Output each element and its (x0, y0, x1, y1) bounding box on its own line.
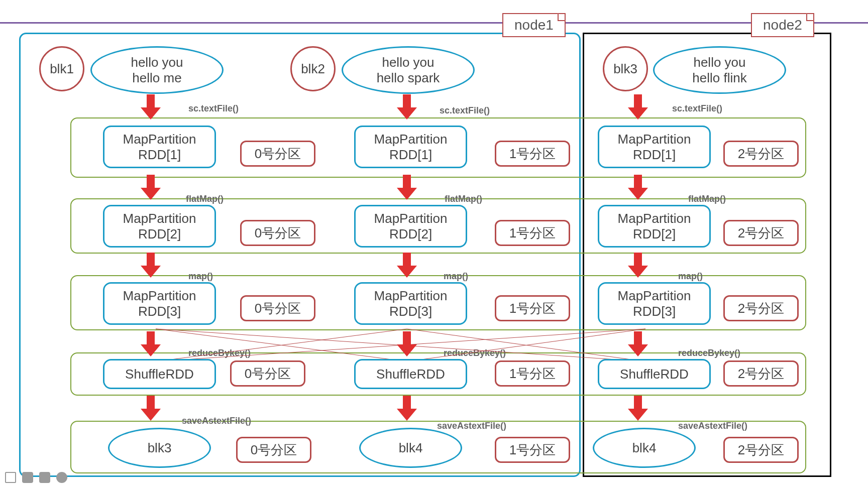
input1-line1: hello you (382, 55, 434, 70)
op-flatmap-1: flatMap() (445, 194, 482, 204)
part-r1-c1: 1号分区 (495, 141, 570, 167)
op-textfile-0: sc.textFile() (188, 103, 239, 114)
op-save-2: saveAstextFile() (678, 421, 747, 431)
arrow-r5-c0 (141, 396, 161, 421)
op-map-2: map() (678, 271, 703, 282)
op-save-0: saveAstextFile() (182, 416, 251, 426)
part-r3-c0: 0号分区 (240, 295, 315, 321)
part-r4-c2: 2号分区 (723, 360, 799, 387)
part-r2-c0: 0号分区 (240, 220, 315, 246)
part-r5-c0: 0号分区 (236, 437, 311, 463)
mp3c-l1: MapPartition (618, 288, 691, 304)
arrow-r2-c1 (397, 175, 417, 200)
part-r3-c1: 1号分区 (495, 295, 570, 321)
op-flatmap-2: flatMap() (688, 194, 726, 204)
out-ellipse-2: blk4 (593, 428, 696, 468)
node1-label: node1 (502, 13, 566, 37)
op-flatmap-0: flatMap() (186, 194, 224, 204)
more-icon[interactable] (56, 472, 67, 483)
input-ellipse-0: hello you hello me (90, 46, 224, 94)
focus-icon[interactable] (5, 472, 16, 483)
node2-container (583, 33, 831, 477)
mp2-box-2: MapPartition RDD[2] (598, 205, 711, 248)
blk2-circle: blk2 (290, 46, 336, 91)
footer-toolbar (5, 472, 67, 483)
mp3b-l2: RDD[3] (389, 304, 432, 319)
part-r4-c0: 0号分区 (230, 360, 305, 387)
mp1b-l1: MapPartition (374, 132, 448, 147)
part-r4-c1: 1号分区 (495, 360, 570, 387)
mp1-box-0: MapPartition RDD[1] (103, 126, 216, 168)
input0-line1: hello you (131, 55, 183, 70)
op-map-0: map() (188, 271, 213, 282)
mp3b-l1: MapPartition (374, 288, 448, 304)
mp1c-l1: MapPartition (618, 132, 691, 147)
input1-line2: hello spark (377, 70, 440, 86)
shuffle-box-1: ShuffleRDD (354, 359, 467, 389)
mp2-box-0: MapPartition RDD[2] (103, 205, 216, 248)
video-icon[interactable] (22, 472, 33, 483)
shuffle-box-0: ShuffleRDD (103, 359, 216, 389)
input2-line2: hello flink (692, 70, 746, 86)
mp1-l1: MapPartition (123, 132, 196, 147)
blk1-circle: blk1 (39, 46, 84, 91)
part-r2-c1: 1号分区 (495, 220, 570, 246)
mp1-box-1: MapPartition RDD[1] (354, 126, 467, 168)
arrow-r4-c2 (628, 331, 648, 356)
part-r1-c2: 2号分区 (723, 141, 799, 167)
input2-line1: hello you (693, 55, 745, 70)
mp1-box-2: MapPartition RDD[1] (598, 126, 711, 168)
mp1b-l2: RDD[1] (389, 147, 432, 163)
arrow-r3-c0 (141, 253, 161, 278)
mp2b-l1: MapPartition (374, 211, 448, 226)
arrow-r4-c0 (141, 331, 161, 356)
input-ellipse-1: hello you hello spark (342, 46, 475, 94)
mp3-box-2: MapPartition RDD[3] (598, 282, 711, 325)
mp3c-l2: RDD[3] (633, 304, 676, 319)
mp2c-l1: MapPartition (618, 211, 691, 226)
mp2-l1: MapPartition (123, 211, 196, 226)
op-map-1: map() (444, 271, 468, 282)
arrow-r5-c1 (397, 396, 417, 421)
out-ellipse-1: blk4 (359, 428, 462, 468)
arrow-r2-c0 (141, 175, 161, 200)
arrow-r3-c1 (397, 253, 417, 278)
arrow-r3-c2 (628, 253, 648, 278)
top-divider (0, 22, 868, 24)
arrow-r4-c1 (397, 331, 417, 356)
arrow-r1-c1 (397, 94, 417, 119)
shuffle-box-2: ShuffleRDD (598, 359, 711, 389)
arrow-r1-c2 (628, 94, 648, 119)
arrow-r1-c0 (141, 94, 161, 119)
input0-line2: hello me (132, 70, 181, 86)
node2-label: node2 (751, 13, 814, 37)
arrow-r5-c2 (628, 396, 648, 421)
mp3-l2: RDD[3] (138, 304, 181, 319)
op-save-1: saveAstextFile() (437, 421, 506, 431)
chat-icon[interactable] (39, 472, 50, 483)
part-r5-c2: 2号分区 (723, 437, 799, 463)
mp1c-l2: RDD[1] (633, 147, 676, 163)
blk3-circle: blk3 (603, 46, 648, 91)
op-textfile-2: sc.textFile() (672, 103, 722, 114)
node1-container (19, 33, 581, 477)
input-ellipse-2: hello you hello flink (653, 46, 786, 94)
mp3-l1: MapPartition (123, 288, 196, 304)
mp2c-l2: RDD[2] (633, 226, 676, 242)
part-r1-c0: 0号分区 (240, 141, 315, 167)
part-r2-c2: 2号分区 (723, 220, 799, 246)
out-ellipse-0: blk3 (108, 428, 211, 468)
mp2-box-1: MapPartition RDD[2] (354, 205, 467, 248)
op-textfile-1: sc.textFile() (440, 105, 490, 116)
arrow-r2-c2 (628, 175, 648, 200)
mp1-l2: RDD[1] (138, 147, 181, 163)
part-r5-c1: 1号分区 (495, 437, 570, 463)
mp3-box-0: MapPartition RDD[3] (103, 282, 216, 325)
mp2-l2: RDD[2] (138, 226, 181, 242)
mp2b-l2: RDD[2] (389, 226, 432, 242)
mp3-box-1: MapPartition RDD[3] (354, 282, 467, 325)
part-r3-c2: 2号分区 (723, 295, 799, 321)
